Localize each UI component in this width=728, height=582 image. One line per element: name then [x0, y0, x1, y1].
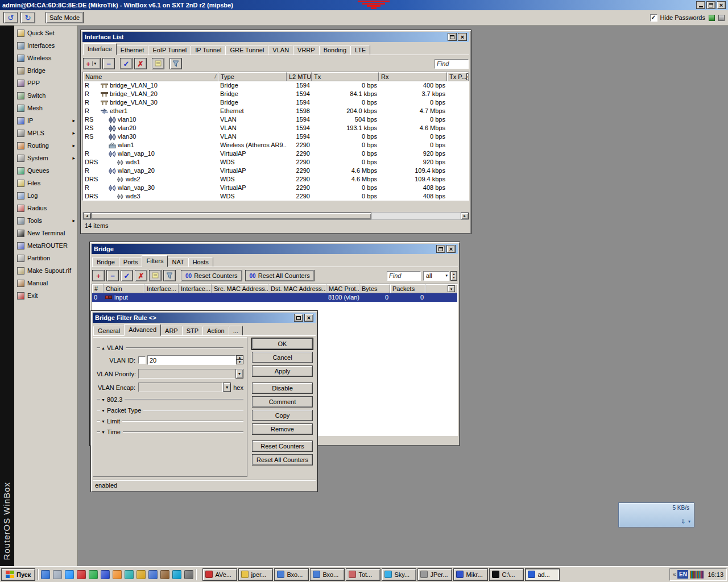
quick-launch-icon-2[interactable] — [53, 570, 62, 579]
section-limit[interactable]: ▼Limit — [97, 417, 243, 425]
interface-row[interactable]: Rwlan_vap_10VirtualAP22900 bps920 bps — [83, 149, 469, 158]
dropdown-arrow-icon[interactable]: ▼ — [223, 383, 231, 392]
bridge-tab-bridge[interactable]: Bridge — [92, 257, 119, 267]
reset-counters-button[interactable]: 00Reset Counters — [181, 270, 242, 281]
interface-list-tab-vlan[interactable]: VLAN — [268, 45, 293, 55]
enable-button[interactable]: ✓ — [121, 270, 133, 281]
interface-row[interactable]: RSvlan20VLAN1594193.1 kbps4.6 Mbps — [83, 124, 469, 132]
close-button[interactable]: × — [458, 33, 467, 41]
rule-tab-advanced[interactable]: Advanced — [124, 324, 161, 336]
sidebar-item-queues[interactable]: Queues — [14, 164, 77, 177]
hide-passwords-checkbox[interactable]: ✓ — [650, 14, 657, 22]
column-header-mac-prot[interactable]: MAC Prot... — [326, 284, 359, 293]
column-select-icon[interactable]: ▾ — [466, 73, 469, 80]
taskbar-button-mikr[interactable]: Mikr... — [453, 568, 488, 581]
taskbar-button-вхо[interactable]: Вхо... — [274, 568, 309, 581]
scrollbar-thumb[interactable] — [91, 213, 371, 219]
column-header-x[interactable]: # — [92, 284, 104, 293]
sidebar-item-wireless[interactable]: Wireless — [14, 52, 77, 64]
add-dropdown-icon[interactable]: ▾ — [92, 61, 98, 66]
traffic-monitor-icon[interactable] — [709, 15, 715, 21]
interface-row[interactable]: DRSwds1WDS22900 bps920 bps — [83, 158, 469, 167]
disable-button[interactable]: ✗ — [134, 58, 147, 69]
disable-button[interactable]: ✗ — [135, 270, 147, 281]
interface-list-tab-vrrp[interactable]: VRRP — [293, 45, 320, 55]
quick-launch-icon-3[interactable] — [65, 570, 74, 579]
taskbar-button-вхо[interactable]: Вхо... — [310, 568, 345, 581]
bridge-tab-ports[interactable]: Ports — [119, 257, 143, 267]
quick-launch-icon-12[interactable] — [172, 570, 181, 579]
column-header-interface[interactable]: Interface... — [179, 284, 212, 293]
interface-list-tab-interface[interactable]: Interface — [83, 43, 117, 55]
column-header-dst-mac-address[interactable]: Dst. MAC Address... — [268, 284, 326, 293]
column-header-packets[interactable]: Packets — [390, 284, 425, 293]
interface-list-tab-bonding[interactable]: Bonding — [319, 45, 351, 55]
filter-rule-row[interactable]: 0input8100 (vlan)00 — [92, 293, 457, 302]
bridge-tab-nat[interactable]: NAT — [167, 257, 188, 267]
comment-button[interactable] — [149, 270, 162, 281]
add-button[interactable]: +▾ — [83, 58, 101, 69]
quick-launch-icon-4[interactable] — [77, 570, 86, 579]
sidebar-item-ppp[interactable]: PPP — [14, 77, 77, 89]
section-packet-type[interactable]: ▼Packet Type — [97, 406, 243, 414]
maximize-button[interactable] — [436, 245, 445, 253]
close-button[interactable]: × — [446, 245, 456, 253]
column-header-l2-mtu[interactable]: L2 MTU — [287, 72, 312, 81]
column-header-tx[interactable]: Tx — [312, 72, 379, 81]
taskbar-button-c[interactable]: C:\... — [489, 568, 524, 581]
interface-row[interactable]: Rwlan_vap_30VirtualAP22900 bps408 bps — [83, 184, 469, 192]
sidebar-item-interfaces[interactable]: Interfaces — [14, 39, 77, 52]
field-spinner[interactable]: ▲▼ — [236, 355, 243, 365]
reset-counters-button[interactable]: Reset Counters — [252, 440, 313, 452]
sidebar-item-new-terminal[interactable]: New Terminal — [14, 227, 77, 239]
remove-button[interactable]: − — [106, 270, 119, 281]
section-time[interactable]: ▼Time — [97, 428, 243, 436]
quick-launch-icon-9[interactable] — [136, 570, 146, 579]
rule-dialog-titlebar[interactable]: Bridge Filter Rule <> × — [93, 313, 316, 323]
quick-launch-icon-8[interactable] — [125, 570, 134, 579]
scrollbar-track[interactable] — [371, 213, 461, 219]
add-button[interactable]: + — [92, 270, 105, 281]
tray-chevron-icon[interactable]: « — [673, 571, 676, 577]
interface-row[interactable]: RSvlan10VLAN1594504 bps0 bps — [83, 115, 469, 124]
comment-button[interactable] — [152, 58, 164, 69]
column-header-name[interactable]: Name/ — [83, 72, 218, 81]
disable-button[interactable]: Disable — [252, 383, 313, 394]
interface-list-tab-lte[interactable]: LTE — [350, 45, 370, 55]
rule-tab-stp[interactable]: STP — [182, 326, 203, 336]
filter-scope-dropdown[interactable]: all▾ — [423, 271, 449, 281]
field-dropdown[interactable] — [138, 383, 223, 392]
taskbar-button-ad[interactable]: ad... — [525, 568, 560, 581]
rule-tab-action[interactable]: Action — [202, 326, 229, 336]
reset-all-counters-button[interactable]: Reset All Counters — [252, 454, 313, 465]
filter-button[interactable] — [163, 270, 176, 281]
close-button[interactable]: × — [304, 314, 313, 322]
interface-list-tab-ethernet[interactable]: Ethernet — [116, 45, 149, 55]
enable-button[interactable]: ✓ — [120, 58, 133, 69]
scroll-left-button[interactable]: ◄ — [83, 213, 91, 219]
sidebar-item-metarouter[interactable]: MetaROUTER — [14, 239, 77, 252]
ok-button[interactable]: OK — [252, 338, 313, 350]
reset-all-counters-button[interactable]: 00Reset All Counters — [245, 270, 315, 281]
interface-row[interactable]: Rwlan_vap_20VirtualAP22904.6 Mbps109.4 k… — [83, 167, 469, 175]
undo-button[interactable]: ↺ — [3, 12, 18, 23]
rule-tab-arp[interactable]: ARP — [160, 326, 183, 336]
scroll-right-button[interactable]: ► — [461, 213, 469, 219]
quick-launch-icon-11[interactable] — [160, 570, 169, 579]
sidebar-item-system[interactable]: System▸ — [14, 152, 77, 164]
taskbar-button-jper[interactable]: JPer... — [417, 568, 452, 581]
interface-row[interactable]: Rbridge_VLAN_10Bridge15940 bps400 bps — [83, 81, 469, 90]
horizontal-scrollbar[interactable]: ◄ ► — [82, 212, 469, 220]
find-input[interactable] — [387, 271, 421, 281]
sidebar-item-make-supout-rif[interactable]: Make Supout.rif — [14, 264, 77, 277]
sidebar-item-exit[interactable]: Exit — [14, 289, 77, 302]
remove-button[interactable]: Remove — [252, 423, 313, 435]
field-dropdown[interactable] — [138, 369, 235, 379]
sidebar-item-manual[interactable]: Manual — [14, 277, 77, 289]
interface-list-tab-ip-tunnel[interactable]: IP Tunnel — [191, 45, 226, 55]
spin-up-icon[interactable]: ▲ — [236, 355, 243, 360]
interface-list-tab-eoip-tunnel[interactable]: EoIP Tunnel — [148, 45, 191, 55]
session-status-icon[interactable] — [718, 15, 725, 21]
bridge-tab-filters[interactable]: Filters — [142, 255, 168, 267]
network-speed-widget[interactable]: 5 KB/s ⇓ ▾ — [618, 502, 694, 527]
